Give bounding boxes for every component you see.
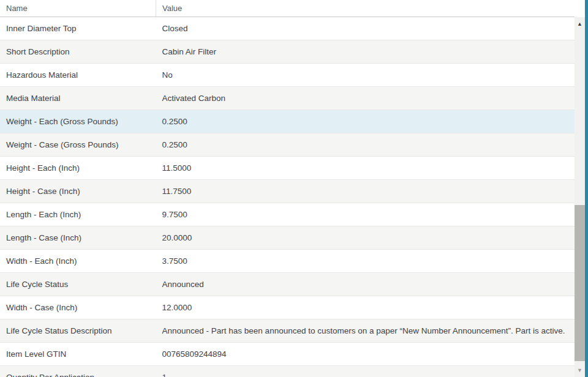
row-name-cell: Hazardous Material <box>0 64 156 87</box>
row-name-cell: Length - Case (Inch) <box>0 226 156 250</box>
row-name-cell: Media Material <box>0 87 156 110</box>
spec-table: Name Value Inner Diameter TopClosedShort… <box>0 0 575 377</box>
accent-edge-bar <box>585 0 588 377</box>
row-value-cell: 0.2500 <box>156 110 575 133</box>
table-row[interactable]: Media MaterialActivated Carbon <box>0 87 575 110</box>
row-name-cell: Quantity Per Application <box>0 366 156 377</box>
table-row[interactable]: Length - Case (Inch)20.0000 <box>0 226 575 250</box>
row-value-cell: 0.2500 <box>156 133 575 157</box>
row-value-cell: Closed <box>156 17 575 40</box>
row-value-cell: 11.7500 <box>156 180 575 203</box>
row-name-cell: Width - Each (Inch) <box>0 250 156 273</box>
row-name-cell: Weight - Each (Gross Pounds) <box>0 110 156 133</box>
table-row[interactable]: Item Level GTIN00765809244894 <box>0 343 575 366</box>
table-row[interactable]: Quantity Per Application1 <box>0 366 575 377</box>
row-value-cell: 9.7500 <box>156 203 575 226</box>
row-value-cell: 1 <box>156 366 575 377</box>
row-name-cell: Width - Case (Inch) <box>0 296 156 319</box>
table-row[interactable]: Short DescriptionCabin Air Filter <box>0 40 575 64</box>
table-row[interactable]: Weight - Case (Gross Pounds)0.2500 <box>0 133 575 157</box>
column-header-name: Name <box>0 0 156 17</box>
table-row[interactable]: Life Cycle StatusAnnounced <box>0 273 575 296</box>
row-name-cell: Length - Each (Inch) <box>0 203 156 226</box>
table-row[interactable]: Weight - Each (Gross Pounds)0.2500 <box>0 110 575 133</box>
row-value-cell: Cabin Air Filter <box>156 40 575 64</box>
row-value-cell: 00765809244894 <box>156 343 575 366</box>
row-value-cell: Announced - Part has been announced to c… <box>156 319 575 343</box>
table-row[interactable]: Hazardous MaterialNo <box>0 64 575 87</box>
table-body: Inner Diameter TopClosedShort Descriptio… <box>0 17 575 377</box>
table-row[interactable]: Inner Diameter TopClosed <box>0 17 575 40</box>
table-row[interactable]: Height - Case (Inch)11.7500 <box>0 180 575 203</box>
header-row: Name Value <box>0 0 575 17</box>
scroll-up-arrow-icon: ▲ <box>577 21 582 27</box>
row-value-cell: 11.5000 <box>156 157 575 180</box>
table-row[interactable]: Width - Each (Inch)3.7500 <box>0 250 575 273</box>
row-name-cell: Height - Case (Inch) <box>0 180 156 203</box>
row-value-cell: 20.0000 <box>156 226 575 250</box>
row-name-cell: Life Cycle Status Description <box>0 319 156 343</box>
row-value-cell: 3.7500 <box>156 250 575 273</box>
row-name-cell: Short Description <box>0 40 156 64</box>
row-value-cell: No <box>156 64 575 87</box>
column-header-value: Value <box>156 0 575 17</box>
scroll-up-button[interactable]: ▲ <box>575 18 585 29</box>
vertical-scrollbar[interactable]: ▲ ▼ <box>575 17 585 377</box>
table-row[interactable]: Width - Case (Inch)12.0000 <box>0 296 575 319</box>
scrollbar-thumb[interactable] <box>575 205 585 361</box>
row-name-cell: Item Level GTIN <box>0 343 156 366</box>
scroll-down-button[interactable]: ▼ <box>575 365 585 376</box>
spec-table-page: Name Value Inner Diameter TopClosedShort… <box>0 0 588 377</box>
table-row[interactable]: Life Cycle Status DescriptionAnnounced -… <box>0 319 575 343</box>
table-row[interactable]: Height - Each (Inch)11.5000 <box>0 157 575 180</box>
table-header: Name Value <box>0 0 575 17</box>
row-value-cell: Announced <box>156 273 575 296</box>
table-row[interactable]: Length - Each (Inch)9.7500 <box>0 203 575 226</box>
row-name-cell: Life Cycle Status <box>0 273 156 296</box>
row-value-cell: 12.0000 <box>156 296 575 319</box>
row-value-cell: Activated Carbon <box>156 87 575 110</box>
row-name-cell: Height - Each (Inch) <box>0 157 156 180</box>
scroll-down-arrow-icon: ▼ <box>577 367 582 373</box>
row-name-cell: Inner Diameter Top <box>0 17 156 40</box>
row-name-cell: Weight - Case (Gross Pounds) <box>0 133 156 157</box>
